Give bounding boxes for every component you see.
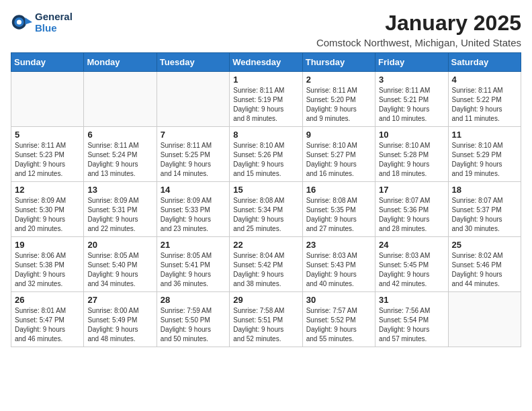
calendar-day-1: 1Sunrise: 8:11 AM Sunset: 5:19 PM Daylig… (230, 72, 302, 127)
calendar-day-24: 24Sunrise: 8:03 AM Sunset: 5:45 PM Dayli… (375, 237, 448, 292)
day-info: Sunrise: 7:56 AM Sunset: 5:54 PM Dayligh… (379, 306, 444, 344)
day-number: 13 (87, 185, 152, 195)
calendar-day-7: 7Sunrise: 8:11 AM Sunset: 5:25 PM Daylig… (157, 127, 229, 182)
calendar-day-19: 19Sunrise: 8:06 AM Sunset: 5:38 PM Dayli… (11, 237, 84, 292)
calendar-day-30: 30Sunrise: 7:57 AM Sunset: 5:52 PM Dayli… (302, 292, 375, 347)
calendar-empty-cell (11, 72, 84, 127)
calendar-day-8: 8Sunrise: 8:10 AM Sunset: 5:26 PM Daylig… (230, 127, 302, 182)
weekday-header-sunday: Sunday (11, 53, 84, 72)
svg-marker-3 (25, 17, 32, 25)
day-number: 28 (161, 295, 226, 305)
calendar-day-22: 22Sunrise: 8:04 AM Sunset: 5:42 PM Dayli… (230, 237, 302, 292)
day-number: 25 (452, 240, 517, 250)
calendar-day-26: 26Sunrise: 8:01 AM Sunset: 5:47 PM Dayli… (11, 292, 84, 347)
day-number: 3 (379, 75, 444, 85)
day-number: 10 (379, 130, 444, 140)
calendar-day-2: 2Sunrise: 8:11 AM Sunset: 5:20 PM Daylig… (302, 72, 375, 127)
day-info: Sunrise: 8:11 AM Sunset: 5:24 PM Dayligh… (87, 141, 152, 179)
calendar-day-9: 9Sunrise: 8:10 AM Sunset: 5:27 PM Daylig… (302, 127, 375, 182)
day-number: 5 (15, 130, 80, 140)
weekday-header-tuesday: Tuesday (157, 53, 229, 72)
day-info: Sunrise: 8:00 AM Sunset: 5:49 PM Dayligh… (87, 306, 152, 344)
day-info: Sunrise: 8:11 AM Sunset: 5:22 PM Dayligh… (452, 86, 517, 124)
weekday-header-wednesday: Wednesday (230, 53, 302, 72)
day-number: 6 (87, 130, 152, 140)
day-number: 24 (379, 240, 444, 250)
day-info: Sunrise: 8:08 AM Sunset: 5:34 PM Dayligh… (233, 196, 298, 234)
weekday-header-saturday: Saturday (448, 53, 521, 72)
day-info: Sunrise: 8:07 AM Sunset: 5:36 PM Dayligh… (379, 196, 444, 234)
day-info: Sunrise: 8:08 AM Sunset: 5:35 PM Dayligh… (306, 196, 371, 234)
title-block: January 2025 Comstock Northwest, Michiga… (316, 11, 521, 48)
day-info: Sunrise: 8:05 AM Sunset: 5:40 PM Dayligh… (87, 251, 152, 289)
calendar-header-row: SundayMondayTuesdayWednesdayThursdayFrid… (11, 53, 521, 72)
day-info: Sunrise: 8:10 AM Sunset: 5:28 PM Dayligh… (379, 141, 444, 179)
day-number: 27 (87, 295, 152, 305)
day-number: 26 (15, 295, 80, 305)
calendar-empty-cell (84, 72, 157, 127)
day-number: 17 (379, 185, 444, 195)
day-number: 11 (452, 130, 517, 140)
day-info: Sunrise: 8:11 AM Sunset: 5:21 PM Dayligh… (379, 86, 444, 124)
calendar-day-27: 27Sunrise: 8:00 AM Sunset: 5:49 PM Dayli… (84, 292, 157, 347)
day-info: Sunrise: 8:09 AM Sunset: 5:30 PM Dayligh… (15, 196, 80, 234)
calendar-day-6: 6Sunrise: 8:11 AM Sunset: 5:24 PM Daylig… (84, 127, 157, 182)
calendar-day-15: 15Sunrise: 8:08 AM Sunset: 5:34 PM Dayli… (230, 182, 302, 237)
calendar-day-23: 23Sunrise: 8:03 AM Sunset: 5:43 PM Dayli… (302, 237, 375, 292)
day-number: 30 (306, 295, 371, 305)
calendar-day-4: 4Sunrise: 8:11 AM Sunset: 5:22 PM Daylig… (448, 72, 521, 127)
day-number: 21 (161, 240, 226, 250)
day-info: Sunrise: 8:07 AM Sunset: 5:37 PM Dayligh… (452, 196, 517, 234)
day-info: Sunrise: 8:11 AM Sunset: 5:19 PM Dayligh… (233, 86, 298, 124)
day-info: Sunrise: 7:58 AM Sunset: 5:51 PM Dayligh… (233, 306, 298, 344)
day-info: Sunrise: 8:03 AM Sunset: 5:43 PM Dayligh… (306, 251, 371, 289)
day-info: Sunrise: 8:04 AM Sunset: 5:42 PM Dayligh… (233, 251, 298, 289)
calendar-day-14: 14Sunrise: 8:09 AM Sunset: 5:33 PM Dayli… (157, 182, 229, 237)
day-number: 19 (15, 240, 80, 250)
calendar-day-20: 20Sunrise: 8:05 AM Sunset: 5:40 PM Dayli… (84, 237, 157, 292)
day-info: Sunrise: 8:10 AM Sunset: 5:27 PM Dayligh… (306, 141, 371, 179)
calendar-week-row: 19Sunrise: 8:06 AM Sunset: 5:38 PM Dayli… (11, 237, 521, 292)
day-number: 22 (233, 240, 298, 250)
calendar-week-row: 12Sunrise: 8:09 AM Sunset: 5:30 PM Dayli… (11, 182, 521, 237)
day-number: 16 (306, 185, 371, 195)
day-info: Sunrise: 8:09 AM Sunset: 5:33 PM Dayligh… (161, 196, 226, 234)
day-number: 8 (233, 130, 298, 140)
calendar-day-13: 13Sunrise: 8:09 AM Sunset: 5:31 PM Dayli… (84, 182, 157, 237)
logo: General Blue (11, 11, 73, 34)
calendar-day-28: 28Sunrise: 7:59 AM Sunset: 5:50 PM Dayli… (157, 292, 229, 347)
day-info: Sunrise: 7:57 AM Sunset: 5:52 PM Dayligh… (306, 306, 371, 344)
day-info: Sunrise: 8:10 AM Sunset: 5:26 PM Dayligh… (233, 141, 298, 179)
calendar-day-18: 18Sunrise: 8:07 AM Sunset: 5:37 PM Dayli… (448, 182, 521, 237)
day-info: Sunrise: 7:59 AM Sunset: 5:50 PM Dayligh… (161, 306, 226, 344)
calendar-empty-cell (157, 72, 229, 127)
calendar-day-21: 21Sunrise: 8:05 AM Sunset: 5:41 PM Dayli… (157, 237, 229, 292)
day-number: 2 (306, 75, 371, 85)
calendar-day-31: 31Sunrise: 7:56 AM Sunset: 5:54 PM Dayli… (375, 292, 448, 347)
logo-line2: Blue (35, 22, 73, 34)
calendar-day-25: 25Sunrise: 8:02 AM Sunset: 5:46 PM Dayli… (448, 237, 521, 292)
calendar-day-10: 10Sunrise: 8:10 AM Sunset: 5:28 PM Dayli… (375, 127, 448, 182)
weekday-header-monday: Monday (84, 53, 157, 72)
calendar-week-row: 5Sunrise: 8:11 AM Sunset: 5:23 PM Daylig… (11, 127, 521, 182)
day-info: Sunrise: 8:09 AM Sunset: 5:31 PM Dayligh… (87, 196, 152, 234)
calendar-day-11: 11Sunrise: 8:10 AM Sunset: 5:29 PM Dayli… (448, 127, 521, 182)
month-title: January 2025 (316, 11, 521, 36)
day-number: 23 (306, 240, 371, 250)
calendar-table: SundayMondayTuesdayWednesdayThursdayFrid… (11, 52, 521, 347)
calendar-empty-cell (448, 292, 521, 347)
calendar-day-12: 12Sunrise: 8:09 AM Sunset: 5:30 PM Dayli… (11, 182, 84, 237)
page-header: General Blue January 2025 Comstock North… (11, 11, 521, 48)
calendar-day-3: 3Sunrise: 8:11 AM Sunset: 5:21 PM Daylig… (375, 72, 448, 127)
day-info: Sunrise: 8:02 AM Sunset: 5:46 PM Dayligh… (452, 251, 517, 289)
weekday-header-thursday: Thursday (302, 53, 375, 72)
day-number: 18 (452, 185, 517, 195)
day-info: Sunrise: 8:11 AM Sunset: 5:23 PM Dayligh… (15, 141, 80, 179)
day-number: 9 (306, 130, 371, 140)
day-number: 20 (87, 240, 152, 250)
day-info: Sunrise: 8:05 AM Sunset: 5:41 PM Dayligh… (161, 251, 226, 289)
logo-line1: General (35, 11, 73, 22)
day-number: 31 (379, 295, 444, 305)
day-number: 7 (161, 130, 226, 140)
calendar-week-row: 26Sunrise: 8:01 AM Sunset: 5:47 PM Dayli… (11, 292, 521, 347)
